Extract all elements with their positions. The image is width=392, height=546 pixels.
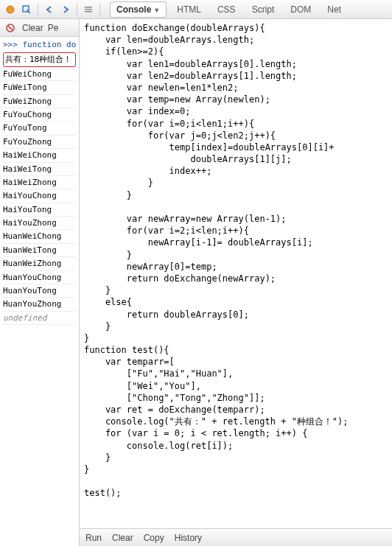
separator — [99, 3, 100, 16]
log-line: HuanWeiZhong — [3, 257, 76, 270]
run-button[interactable]: Run — [85, 533, 102, 543]
code-content: function doExchange(doubleArrays){ var l… — [84, 22, 388, 500]
log-line: undefined — [3, 312, 76, 325]
console-toolbar: Clear Pe — [0, 19, 79, 37]
console-log[interactable]: >>> function doExchange(doubl var 1en=d.… — [0, 37, 79, 546]
log-line: HaiWeiZhong — [3, 176, 76, 189]
firebug-icon[interactable] — [3, 2, 18, 17]
forward-icon[interactable] — [58, 2, 73, 17]
log-line: HuanWeiTong — [3, 244, 76, 257]
log-line: HaiWeiChong — [3, 149, 76, 162]
log-line: HuanYouChong — [3, 271, 76, 284]
clear-button[interactable]: Clear — [112, 533, 133, 543]
log-line: HaiYouChong — [3, 189, 76, 203]
tab-net[interactable]: Net — [321, 2, 347, 17]
tab-console[interactable]: Console▼ — [110, 1, 167, 18]
log-line: HuanWeiChong — [3, 230, 76, 243]
tab-label: Console — [116, 4, 151, 15]
svg-rect-2 — [85, 7, 92, 8]
tab-bar: Console▼ HTML CSS Script DOM Net — [110, 1, 347, 18]
tab-label: Net — [327, 4, 341, 15]
inspect-icon[interactable] — [19, 2, 34, 17]
stop-icon[interactable] — [3, 21, 18, 35]
log-line: HuanYouZhong — [3, 298, 76, 311]
copy-button[interactable]: Copy — [144, 533, 164, 543]
log-line: HaiYouTong — [3, 203, 76, 217]
svg-point-0 — [7, 6, 14, 13]
log-line: FuYouTong — [3, 122, 76, 135]
log-line: FuYouZhong — [3, 136, 76, 149]
top-toolbar: Console▼ HTML CSS Script DOM Net — [0, 0, 392, 19]
separator — [38, 3, 38, 16]
log-line: FuYouChong — [3, 108, 76, 122]
back-icon[interactable] — [42, 2, 57, 17]
code-panel: function doExchange(doubleArrays){ var l… — [80, 19, 392, 546]
tab-label: CSS — [217, 4, 236, 15]
log-line: HuanYouTong — [3, 284, 76, 298]
tab-label: DOM — [290, 4, 311, 15]
log-line: HaiYouZhong — [3, 217, 76, 230]
command-toolbar: Run Clear Copy History — [80, 528, 392, 546]
chevron-down-icon: ▼ — [153, 7, 160, 14]
history-button[interactable]: History — [175, 533, 202, 543]
clear-button[interactable]: Clear — [22, 23, 43, 33]
log-line: HaiWeiTong — [3, 163, 76, 176]
tab-script[interactable]: Script — [246, 2, 281, 17]
menu-icon[interactable] — [81, 2, 96, 17]
log-line: FuWeiTong — [3, 81, 76, 94]
svg-rect-3 — [85, 9, 92, 10]
tab-html[interactable]: HTML — [171, 2, 207, 17]
log-line: 共有：18种组合！ — [3, 52, 76, 66]
tab-label: HTML — [177, 4, 201, 15]
log-line: FuWeiChong — [3, 68, 76, 81]
log-line: FuWeiZhong — [3, 95, 76, 108]
separator — [77, 3, 77, 16]
main-area: Clear Pe >>> function doExchange(doubl v… — [0, 19, 392, 546]
console-output-panel: Clear Pe >>> function doExchange(doubl v… — [0, 19, 80, 546]
code-editor[interactable]: function doExchange(doubleArrays){ var l… — [80, 19, 392, 528]
persist-button[interactable]: Pe — [48, 23, 59, 33]
tab-dom[interactable]: DOM — [284, 2, 317, 17]
tab-label: Script — [252, 4, 275, 15]
tab-css[interactable]: CSS — [211, 2, 242, 17]
log-line: >>> function doExchange(doubl var 1en=d.… — [3, 38, 76, 52]
svg-rect-4 — [85, 11, 92, 13]
